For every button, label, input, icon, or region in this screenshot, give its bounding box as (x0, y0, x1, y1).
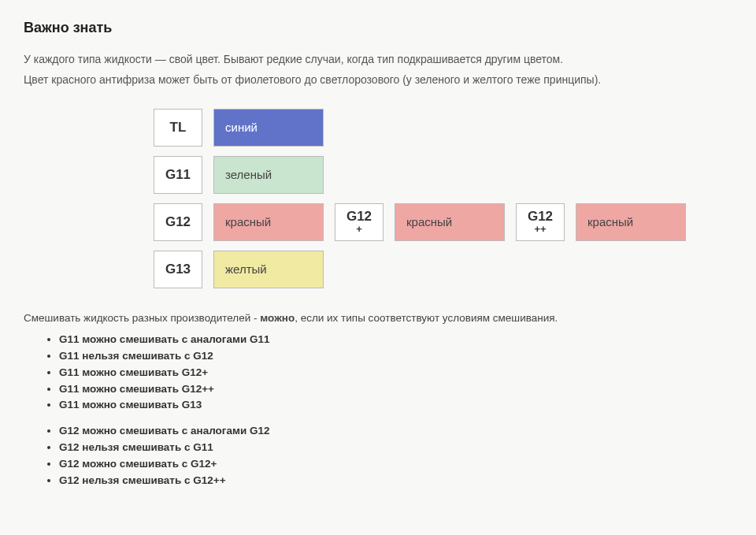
mixing-note: Смешивать жидкость разных производителей… (24, 312, 732, 324)
intro-line-1: У каждого типа жидкости — свой цвет. Быв… (24, 50, 732, 68)
type-code-g12-plusplus: G12 ++ (516, 203, 565, 241)
color-swatch-red: красный (395, 203, 505, 241)
type-code-tl: TL (154, 109, 202, 147)
list-item: G11 можно смешивать G12++ (59, 381, 732, 398)
list-item: G11 нельзя смешивать с G12 (59, 348, 732, 365)
rules-list-g12: G12 можно смешивать с аналогами G12 G12 … (24, 423, 732, 489)
color-swatch-yellow: желтый (213, 251, 324, 288)
list-item: G12 можно смешивать с G12+ (59, 456, 732, 473)
code-main: G12 (346, 210, 372, 223)
list-item: G12 можно смешивать с аналогами G12 (59, 423, 732, 440)
table-row: G12 красный G12 + красный G12 ++ красный (154, 203, 732, 241)
table-row: G13 желтый (154, 251, 732, 288)
mix-bold: можно (260, 312, 295, 324)
intro-line-2: Цвет красного антифриза может быть от фи… (24, 71, 732, 88)
list-item: G11 можно смешивать с аналогами G11 (59, 332, 732, 348)
mix-prefix: Смешивать жидкость разных производителей… (24, 312, 260, 324)
color-swatch-red: красный (576, 203, 686, 241)
type-code-g13: G13 (154, 251, 202, 288)
color-swatch-red: красный (213, 203, 324, 241)
list-item: G11 можно смешивать G12+ (59, 365, 732, 381)
code-main: G12 (528, 210, 553, 223)
rules-list-g11: G11 можно смешивать с аналогами G11 G11 … (24, 332, 732, 414)
color-swatch-blue: синий (213, 109, 324, 147)
list-item: G11 можно смешивать G13 (59, 397, 732, 414)
table-row: G11 зеленый (154, 156, 732, 194)
list-item: G12 нельзя смешивать с G12++ (59, 473, 732, 489)
list-item: G12 нельзя смешивать с G11 (59, 440, 732, 456)
table-row: TL синий (154, 109, 732, 147)
code-sub: + (356, 224, 362, 234)
code-sub: ++ (534, 224, 546, 234)
type-code-g12-plus: G12 + (335, 203, 384, 241)
type-code-g11: G11 (154, 156, 202, 194)
section-heading: Важно знать (24, 20, 732, 36)
color-table: TL синий G11 зеленый G12 красный G12 + к… (154, 109, 732, 288)
type-code-g12: G12 (154, 203, 202, 241)
color-swatch-green: зеленый (213, 156, 324, 194)
mix-suffix: , если их типы соответствуют условиям см… (295, 312, 558, 324)
